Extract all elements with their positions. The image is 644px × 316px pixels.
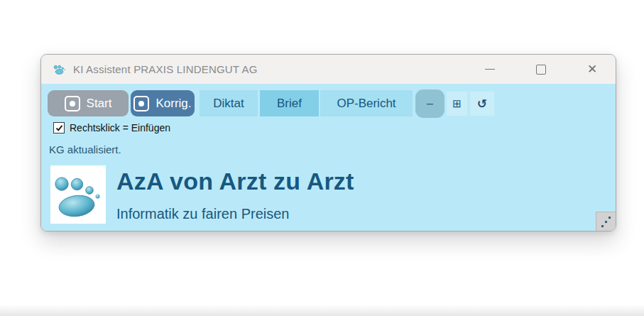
window-grid-icon: ⊞ [452,97,462,110]
refresh-button[interactable]: ↺ [470,92,494,116]
window-body: Start Korrig. Diktat Brief OP-Bericht – … [41,84,616,231]
maximize-icon [536,65,546,75]
close-button[interactable]: ✕ [576,58,608,82]
grip-dot [601,225,604,227]
record-state-icon [133,96,149,111]
minimize-icon [485,69,495,70]
status-text: KG aktualisiert. [49,143,121,156]
korrig-button[interactable]: Korrig. [131,90,195,116]
water-drops-logo-icon [50,165,106,224]
brand-heading: AzA von Arzt zu Arzt [116,168,354,195]
op-bericht-button[interactable]: OP-Bericht [320,90,413,116]
rightclick-paste-option[interactable]: Rechtsklick = Einfügen [53,122,170,134]
record-state-icon [65,96,80,111]
titlebar[interactable]: KI Assistent PRAXIS LINDENGUT AG ✕ [41,55,616,84]
start-button[interactable]: Start [48,90,129,116]
checkmark-icon [55,124,63,132]
op-bericht-button-label: OP-Bericht [337,97,395,111]
diktat-button[interactable]: Diktat [200,90,258,116]
grip-dot [608,217,611,219]
app-drops-icon [53,64,67,75]
desktop: KI Assistent PRAXIS LINDENGUT AG ✕ Start… [0,0,644,316]
minimize-button[interactable] [474,58,506,82]
brief-button[interactable]: Brief [260,90,319,116]
maximize-button[interactable] [525,58,557,82]
brief-button-label: Brief [277,97,302,111]
korrig-button-label: Korrig. [155,97,191,111]
refresh-icon: ↺ [477,97,487,111]
diktat-button-label: Diktat [213,97,244,111]
grip-dot [605,221,607,223]
window-title: KI Assistent PRAXIS LINDENGUT AG [73,63,258,75]
close-icon: ✕ [587,63,597,75]
window-controls: ✕ [474,58,608,82]
minus-icon: – [427,97,433,110]
rightclick-paste-label: Rechtsklick = Einfügen [70,122,170,134]
app-window: KI Assistent PRAXIS LINDENGUT AG ✕ Start… [40,54,616,231]
brand-subtitle: Informatik zu fairen Preisen [116,206,289,222]
start-button-label: Start [87,97,112,111]
resize-grip[interactable] [596,212,616,231]
page-bottom-fade [0,305,644,316]
grid-button[interactable]: ⊞ [447,92,467,116]
rightclick-paste-checkbox[interactable] [53,122,65,134]
aza-logo [50,165,106,224]
collapse-button[interactable]: – [415,89,444,118]
